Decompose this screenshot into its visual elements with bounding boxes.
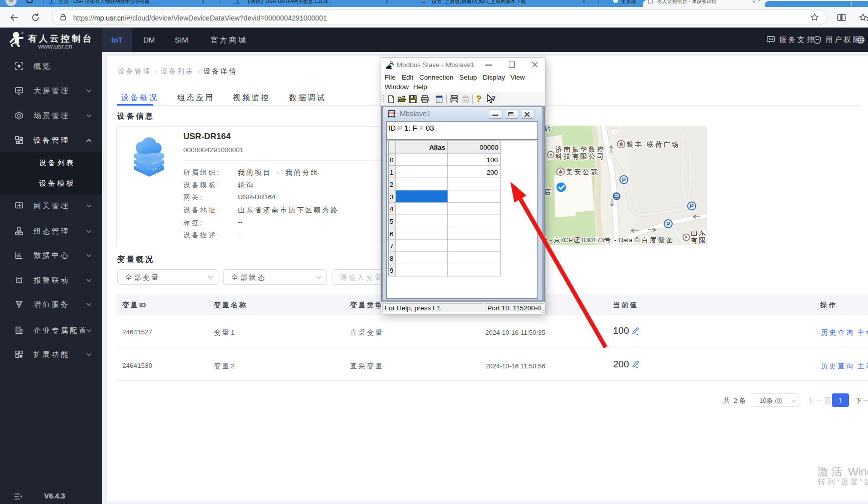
svg-text:科技有限公司: 科技有限公司	[555, 153, 605, 160]
svg-text:00000: 00000	[479, 144, 498, 151]
svg-text:200: 200	[486, 169, 498, 176]
svg-text:2 - 京ICP证030173号 - Data © 百度智图: 2 - 京ICP证030173号 - Data © 百度智图	[544, 236, 675, 244]
svg-text:3: 3	[390, 193, 394, 201]
svg-text:有限公: 有限公	[691, 237, 706, 244]
svg-text:?: ?	[492, 95, 496, 103]
svg-text:店: 店	[544, 188, 553, 196]
svg-text:DOC: DOC	[389, 111, 397, 115]
svg-text:6: 6	[390, 230, 394, 238]
svg-text:4: 4	[390, 205, 394, 213]
svg-text:Alias: Alias	[429, 144, 445, 151]
svg-text:9: 9	[390, 267, 394, 274]
svg-text:P: P	[690, 203, 694, 210]
svg-text:5: 5	[390, 218, 394, 225]
svg-text:8: 8	[390, 255, 394, 262]
svg-text:P: P	[622, 177, 626, 184]
svg-text:济南振华数控: 济南振华数控	[555, 146, 605, 153]
svg-text:100: 100	[486, 156, 498, 164]
svg-text:1: 1	[390, 169, 394, 176]
svg-text:山东科: 山东科	[691, 229, 706, 237]
svg-text:美安公寇: 美安公寇	[566, 168, 599, 176]
svg-text:2: 2	[390, 181, 394, 188]
svg-text:0: 0	[390, 156, 394, 164]
svg-text:P: P	[666, 221, 670, 228]
svg-text:店: 店	[544, 126, 553, 132]
svg-text:银丰·联荷广场: 银丰·联荷广场	[627, 141, 680, 148]
svg-text:7: 7	[390, 242, 394, 250]
